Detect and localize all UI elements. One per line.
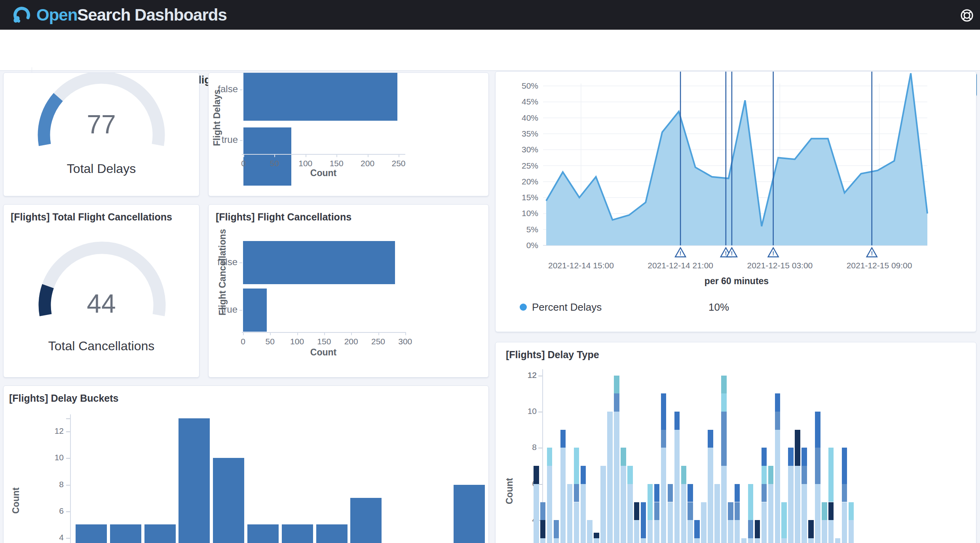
stacked-bar-segment[interactable] (768, 466, 774, 484)
stacked-bar-segment[interactable] (574, 484, 579, 502)
stacked-bar-segment[interactable] (621, 466, 626, 543)
stacked-bar-segment[interactable] (600, 466, 606, 543)
stacked-bar-segment[interactable] (641, 538, 646, 543)
stacked-bar-segment[interactable] (815, 448, 820, 484)
stacked-bar-segment[interactable] (801, 448, 807, 466)
stacked-bar-segment[interactable] (587, 520, 593, 543)
stacked-bar-segment[interactable] (849, 520, 854, 543)
stacked-bar-segment[interactable] (554, 538, 559, 543)
stacked-bar-segment[interactable] (641, 502, 646, 538)
stacked-bar-segment[interactable] (621, 448, 626, 466)
stacked-bar-segment[interactable] (540, 502, 546, 520)
stacked-bar-segment[interactable] (574, 502, 579, 543)
stacked-bar-segment[interactable] (661, 448, 667, 543)
stacked-bar-segment[interactable] (721, 466, 727, 543)
stacked-bar-segment[interactable] (762, 448, 767, 466)
stacked-bar-segment[interactable] (775, 430, 781, 543)
stacked-bar-segment[interactable] (648, 484, 653, 520)
bucket-bar[interactable] (213, 458, 244, 543)
stacked-bar-segment[interactable] (755, 538, 760, 543)
stacked-bar-segment[interactable] (835, 538, 841, 543)
legend-label[interactable]: Percent Delays (532, 301, 602, 313)
stacked-bar-segment[interactable] (668, 502, 673, 543)
stacked-bar-segment[interactable] (828, 448, 834, 502)
stacked-bar-segment[interactable] (822, 520, 827, 543)
chart-flight-cancellations[interactable]: falsetrue050100150200250300CountFlight C… (209, 205, 488, 377)
stacked-bar-segment[interactable] (775, 412, 781, 430)
stacked-bar-segment[interactable] (708, 448, 713, 543)
stacked-bar-segment[interactable] (721, 393, 727, 412)
stacked-bar-segment[interactable] (762, 466, 767, 484)
stacked-bar-segment[interactable] (701, 502, 707, 543)
stacked-bar-segment[interactable] (721, 376, 727, 394)
stacked-bar-segment[interactable] (594, 538, 599, 543)
stacked-bar-segment[interactable] (634, 502, 640, 520)
stacked-bar-segment[interactable] (748, 520, 754, 538)
stacked-bar-segment[interactable] (547, 448, 553, 466)
opensearch-logo[interactable]: OpenSearch Dashboards (12, 5, 227, 25)
stacked-bar-segment[interactable] (748, 484, 754, 520)
stacked-bar-segment[interactable] (688, 502, 693, 520)
stacked-bar-segment[interactable] (534, 466, 539, 484)
stacked-bar-segment[interactable] (762, 502, 767, 543)
stacked-bar-segment[interactable] (634, 520, 640, 543)
stacked-bar-segment[interactable] (842, 502, 847, 543)
stacked-bar-segment[interactable] (688, 520, 693, 543)
stacked-bar-segment[interactable] (574, 448, 579, 484)
stacked-bar-segment[interactable] (795, 430, 800, 466)
bucket-bar[interactable] (179, 418, 210, 543)
stacked-bar-segment[interactable] (668, 484, 673, 502)
stacked-bar-segment[interactable] (547, 466, 553, 543)
stacked-bar-segment[interactable] (721, 412, 727, 466)
stacked-bar-segment[interactable] (688, 484, 693, 502)
chart-percent-delays[interactable]: ! ! ! ! !0%5%10%15%20%25%30%35%40%45%50%… (496, 72, 976, 332)
stacked-bar-segment[interactable] (681, 484, 687, 543)
stacked-bar-segment[interactable] (822, 502, 827, 520)
stacked-bar-segment[interactable] (842, 484, 847, 502)
stacked-bar-segment[interactable] (781, 538, 787, 543)
bucket-bar[interactable] (247, 524, 279, 543)
stacked-bar-segment[interactable] (808, 538, 814, 543)
stacked-bar-segment[interactable] (788, 448, 794, 466)
stacked-bar-segment[interactable] (654, 484, 660, 502)
stacked-bar-segment[interactable] (728, 520, 733, 543)
stacked-bar-segment[interactable] (534, 484, 539, 543)
stacked-bar-segment[interactable] (694, 520, 700, 538)
stacked-bar-segment[interactable] (654, 502, 660, 520)
stacked-bar-segment[interactable] (654, 520, 660, 543)
stacked-bar-segment[interactable] (828, 520, 834, 543)
bucket-bar[interactable] (316, 524, 348, 543)
help-icon[interactable] (959, 7, 975, 24)
stacked-bar-segment[interactable] (648, 520, 653, 543)
stacked-bar-segment[interactable] (815, 412, 820, 448)
stacked-bar-segment[interactable] (661, 393, 667, 429)
stacked-bar-segment[interactable] (849, 502, 854, 520)
stacked-bar-segment[interactable] (674, 430, 680, 543)
stacked-bar-segment[interactable] (554, 520, 559, 538)
bucket-bar[interactable] (144, 524, 176, 543)
stacked-bar-segment[interactable] (842, 448, 847, 484)
stacked-bar-segment[interactable] (627, 484, 633, 543)
stacked-bar-segment[interactable] (735, 502, 740, 520)
chart-flight-delays[interactable]: falsetrue050100150200250CountFlight Dela… (209, 73, 488, 196)
chart-delay-buckets[interactable]: 4681012Count (4, 386, 488, 543)
stacked-bar-segment[interactable] (741, 538, 747, 543)
stacked-bar-segment[interactable] (748, 538, 754, 543)
stacked-bar-segment[interactable] (560, 448, 566, 543)
stacked-bar-segment[interactable] (614, 376, 619, 394)
stacked-bar-segment[interactable] (768, 484, 774, 543)
stacked-bar-segment[interactable] (694, 538, 700, 543)
stacked-bar-segment[interactable] (540, 520, 546, 538)
bucket-bar[interactable] (76, 524, 107, 543)
stacked-bar-segment[interactable] (788, 466, 794, 543)
stacked-bar-segment[interactable] (801, 484, 807, 543)
panel-title[interactable]: [Flights] Total Flight Cancellations (4, 205, 199, 224)
stacked-bar-segment[interactable] (607, 412, 613, 543)
stacked-bar-segment[interactable] (828, 502, 834, 520)
stacked-bar-segment[interactable] (614, 412, 619, 543)
stacked-bar-segment[interactable] (735, 484, 740, 502)
stacked-bar-segment[interactable] (581, 466, 586, 484)
stacked-bar-segment[interactable] (581, 484, 586, 543)
stacked-bar-segment[interactable] (661, 430, 667, 448)
bucket-bar[interactable] (350, 498, 382, 543)
